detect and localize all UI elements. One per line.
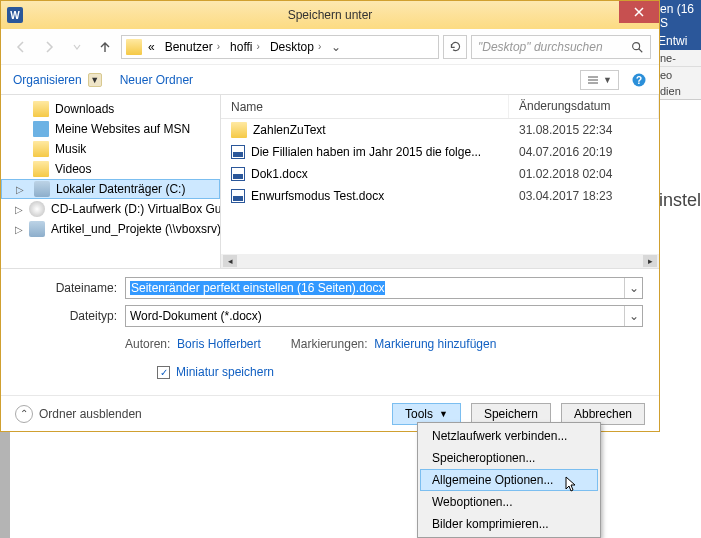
nav-row: « Benutzer› hoffi› Desktop› ⌄ "Desktop" … bbox=[1, 29, 659, 65]
tree-item[interactable]: ▷CD-Laufwerk (D:) VirtualBox Guest bbox=[1, 199, 220, 219]
file-row[interactable]: Dok1.docx01.02.2018 02:04 bbox=[221, 163, 659, 185]
filename-label: Dateiname: bbox=[17, 281, 117, 295]
search-input[interactable]: "Desktop" durchsuchen bbox=[471, 35, 651, 59]
close-icon bbox=[634, 7, 644, 17]
organize-button[interactable]: Organisieren ▼ bbox=[13, 73, 102, 87]
word-doc-icon bbox=[231, 167, 245, 181]
menu-item[interactable]: Bilder komprimieren... bbox=[420, 513, 598, 535]
bg-doc-text-1: instel bbox=[659, 190, 701, 211]
menu-item[interactable]: Weboptionen... bbox=[420, 491, 598, 513]
tree-item-label: CD-Laufwerk (D:) VirtualBox Guest bbox=[51, 202, 221, 216]
file-name: Dok1.docx bbox=[251, 167, 308, 181]
file-date: 31.08.2015 22:34 bbox=[509, 123, 659, 137]
menu-item[interactable]: Netzlaufwerk verbinden... bbox=[420, 425, 598, 447]
arrow-left-icon bbox=[13, 39, 29, 55]
breadcrumb-seg[interactable]: hoffi› bbox=[226, 40, 264, 54]
chevron-down-icon bbox=[72, 42, 82, 52]
breadcrumb-dropdown[interactable]: ⌄ bbox=[327, 40, 345, 54]
yellow-icon bbox=[33, 101, 49, 117]
tags-label: Markierungen: bbox=[291, 337, 368, 351]
save-as-dialog: W Speichern unter « Benutzer› hoffi› Des… bbox=[0, 0, 660, 432]
word-doc-icon bbox=[231, 189, 245, 203]
tags-add-link[interactable]: Markierung hinzufügen bbox=[374, 337, 496, 351]
search-placeholder: "Desktop" durchsuchen bbox=[478, 40, 603, 54]
background-ribbon: en (16 S Entwi ne- eo dien bbox=[656, 0, 701, 80]
file-date: 03.04.2017 18:23 bbox=[509, 189, 659, 203]
blue-icon bbox=[33, 121, 49, 137]
tree-item[interactable]: Meine Websites auf MSN bbox=[1, 119, 220, 139]
cd-icon bbox=[29, 201, 45, 217]
tree-item-label: Downloads bbox=[55, 102, 114, 116]
folder-tree[interactable]: DownloadsMeine Websites auf MSNMusikVide… bbox=[1, 95, 221, 268]
tree-item[interactable]: Musik bbox=[1, 139, 220, 159]
file-name: Enwurfsmodus Test.docx bbox=[251, 189, 384, 203]
filename-dropdown[interactable]: ⌄ bbox=[624, 278, 642, 298]
filetype-select[interactable]: Word-Dokument (*.docx) ⌄ bbox=[125, 305, 643, 327]
toolbar: Organisieren ▼ Neuer Ordner ▼ ? bbox=[1, 65, 659, 95]
tree-item[interactable]: Videos bbox=[1, 159, 220, 179]
arrow-up-icon bbox=[98, 40, 112, 54]
tree-item[interactable]: ▷Lokaler Datenträger (C:) bbox=[1, 179, 220, 199]
breadcrumb-seg[interactable]: Benutzer› bbox=[161, 40, 224, 54]
search-icon bbox=[630, 40, 644, 54]
breadcrumb-seg[interactable]: Desktop› bbox=[266, 40, 325, 54]
recent-dropdown[interactable] bbox=[65, 35, 89, 59]
horizontal-scrollbar[interactable]: ◂ ▸ bbox=[221, 254, 659, 268]
tree-item[interactable]: Downloads bbox=[1, 99, 220, 119]
breadcrumb[interactable]: « Benutzer› hoffi› Desktop› ⌄ bbox=[121, 35, 439, 59]
view-mode-button[interactable]: ▼ bbox=[580, 70, 619, 90]
file-row[interactable]: Die Fillialen haben im Jahr 2015 die fol… bbox=[221, 141, 659, 163]
cursor-icon bbox=[565, 476, 577, 494]
folder-icon bbox=[231, 122, 247, 138]
tree-item[interactable]: ▷Artikel_und_Projekte (\\vboxsrv) bbox=[1, 219, 220, 239]
authors-value[interactable]: Boris Hofferbert bbox=[177, 337, 261, 351]
close-button[interactable] bbox=[619, 1, 659, 23]
tree-item-label: Artikel_und_Projekte (\\vboxsrv) bbox=[51, 222, 221, 236]
filetype-label: Dateityp: bbox=[17, 309, 117, 323]
tree-item-label: Musik bbox=[55, 142, 86, 156]
file-date: 04.07.2016 20:19 bbox=[509, 145, 659, 159]
tree-item-label: Lokaler Datenträger (C:) bbox=[56, 182, 185, 196]
file-date: 01.02.2018 02:04 bbox=[509, 167, 659, 181]
yellow-icon bbox=[33, 141, 49, 157]
folder-icon bbox=[126, 39, 142, 55]
refresh-button[interactable] bbox=[443, 35, 467, 59]
up-button[interactable] bbox=[93, 35, 117, 59]
menu-item[interactable]: Speicheroptionen... bbox=[420, 447, 598, 469]
dialog-title: Speichern unter bbox=[1, 8, 659, 22]
scroll-right-icon[interactable]: ▸ bbox=[643, 255, 657, 267]
chevron-down-icon: ▼ bbox=[88, 73, 102, 87]
authors-label: Autoren: bbox=[125, 337, 170, 351]
back-button[interactable] bbox=[9, 35, 33, 59]
tree-item-label: Meine Websites auf MSN bbox=[55, 122, 190, 136]
refresh-icon bbox=[449, 40, 462, 53]
chevron-up-icon: ⌃ bbox=[15, 405, 33, 423]
file-name: ZahlenZuText bbox=[253, 123, 326, 137]
tree-item-label: Videos bbox=[55, 162, 91, 176]
filename-input[interactable]: Seitenränder perfekt einstellen (16 Seit… bbox=[125, 277, 643, 299]
file-list-header[interactable]: Name Änderungsdatum bbox=[221, 95, 659, 119]
tools-menu: Netzlaufwerk verbinden...Speicheroptione… bbox=[417, 422, 601, 538]
expand-caret-icon[interactable]: ▷ bbox=[15, 224, 23, 235]
yellow-icon bbox=[33, 161, 49, 177]
expand-caret-icon[interactable]: ▷ bbox=[16, 184, 28, 195]
file-list: Name Änderungsdatum ZahlenZuText31.08.20… bbox=[221, 95, 659, 268]
bg-ribbon-tab: Entwi bbox=[656, 32, 701, 50]
svg-text:?: ? bbox=[636, 75, 642, 86]
forward-button[interactable] bbox=[37, 35, 61, 59]
file-name: Die Fillialen haben im Jahr 2015 die fol… bbox=[251, 145, 481, 159]
menu-item[interactable]: Allgemeine Optionen... bbox=[420, 469, 598, 491]
expand-caret-icon[interactable]: ▷ bbox=[15, 204, 23, 215]
thumbnail-label[interactable]: Miniatur speichern bbox=[176, 365, 274, 379]
new-folder-button[interactable]: Neuer Ordner bbox=[120, 73, 193, 87]
file-row[interactable]: ZahlenZuText31.08.2015 22:34 bbox=[221, 119, 659, 141]
help-icon[interactable]: ? bbox=[631, 72, 647, 88]
bg-doc-title: en (16 S bbox=[656, 0, 701, 32]
filetype-dropdown[interactable]: ⌄ bbox=[624, 306, 642, 326]
titlebar[interactable]: W Speichern unter bbox=[1, 1, 659, 29]
chevron-down-icon: ▼ bbox=[439, 409, 448, 419]
hide-folders-button[interactable]: ⌃ Ordner ausblenden bbox=[15, 405, 142, 423]
scroll-left-icon[interactable]: ◂ bbox=[223, 255, 237, 267]
file-row[interactable]: Enwurfsmodus Test.docx03.04.2017 18:23 bbox=[221, 185, 659, 207]
thumbnail-checkbox[interactable]: ✓ bbox=[157, 366, 170, 379]
